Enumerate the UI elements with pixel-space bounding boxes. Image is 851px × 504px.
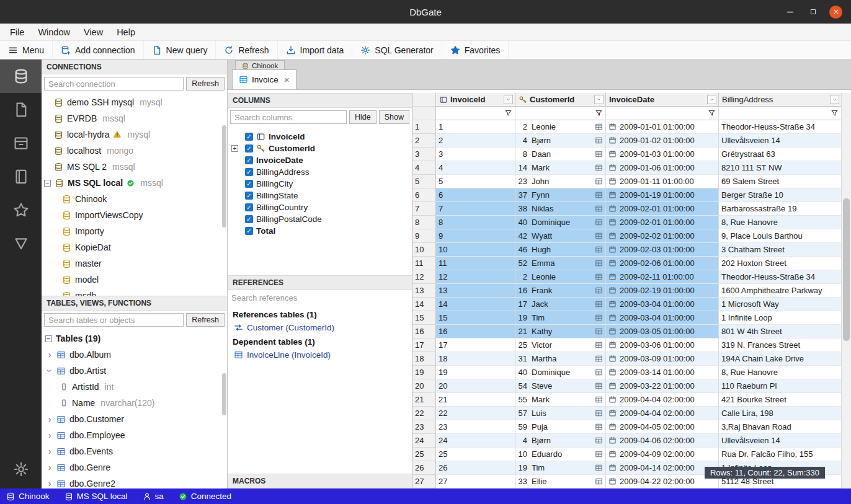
- cell-billing-address[interactable]: Theodor-Heuss-Straße 34: [719, 120, 841, 134]
- cell-invoice-id[interactable]: 17: [436, 338, 515, 352]
- scrollbar-thumb[interactable]: [222, 125, 226, 228]
- toolbar-button-new-query[interactable]: New query: [144, 41, 216, 59]
- cell-billing-address[interactable]: 194A Chain Lake Drive: [719, 352, 841, 366]
- cell-invoice-id[interactable]: 22: [436, 407, 515, 420]
- cell-billing-address[interactable]: 8, Rue Hanovre: [719, 366, 841, 379]
- toolbar-button-refresh[interactable]: Refresh: [216, 41, 277, 59]
- cell-invoice-date[interactable]: 2009-04-04 02:00:00: [606, 393, 719, 407]
- menu-help[interactable]: Help: [110, 25, 141, 39]
- filter-button-customerid[interactable]: [595, 109, 603, 117]
- database-item[interactable]: model: [42, 272, 227, 288]
- cell-customer-id[interactable]: 4Bjørn: [515, 434, 606, 448]
- cell-invoice-id[interactable]: 23: [436, 420, 515, 434]
- cell-invoice-id[interactable]: 27: [436, 475, 515, 489]
- toolbar-button-sql-generator[interactable]: SQL Generator: [352, 41, 442, 59]
- cell-billing-address[interactable]: 9, Place Louis Barthou: [719, 229, 841, 243]
- cell-invoice-date[interactable]: 2009-01-03 01:00:00: [606, 148, 719, 161]
- cell-invoice-date[interactable]: 2009-03-04 01:00:00: [606, 298, 719, 311]
- cell-billing-address[interactable]: 8210 111 ST NW: [719, 161, 841, 175]
- cell-billing-address[interactable]: 319 N. Frances Street: [719, 338, 841, 352]
- cell-customer-id[interactable]: 57Luis: [515, 407, 606, 420]
- cell-invoice-id[interactable]: 21: [436, 393, 515, 407]
- connection-item[interactable]: local-hydramysql: [42, 126, 227, 143]
- cell-customer-id[interactable]: 17Jack: [515, 298, 606, 311]
- cell-invoice-id[interactable]: 6: [436, 188, 515, 202]
- connection-item[interactable]: localhostmongo: [42, 143, 227, 159]
- column-menu-button[interactable]: [707, 95, 716, 104]
- cell-invoice-date[interactable]: 2009-04-04 02:00:00: [606, 407, 719, 420]
- cell-customer-id[interactable]: 25Victor: [515, 338, 606, 352]
- cell-billing-address[interactable]: Berger Straße 10: [719, 188, 841, 202]
- row-number-cell[interactable]: 18: [412, 352, 436, 366]
- cell-invoice-date[interactable]: 2009-02-06 01:00:00: [606, 257, 719, 270]
- row-number-cell[interactable]: 17: [412, 338, 436, 352]
- column-toggle-item[interactable]: ✓BillingAddress: [228, 166, 412, 178]
- cell-billing-address[interactable]: Barbarossastraße 19: [719, 202, 841, 216]
- cell-invoice-date[interactable]: 2009-01-11 01:00:00: [606, 175, 719, 188]
- row-number-cell[interactable]: 11: [412, 257, 436, 270]
- statusbar-item-sa[interactable]: sa: [143, 492, 164, 501]
- cell-invoice-id[interactable]: 13: [436, 284, 515, 298]
- column-toggle-item[interactable]: ✓BillingCity: [228, 178, 412, 190]
- cell-invoice-id[interactable]: 15: [436, 311, 515, 325]
- row-number-cell[interactable]: 15: [412, 311, 436, 325]
- header-cell-billingaddress[interactable]: BillingAddress: [719, 93, 841, 107]
- row-number-cell[interactable]: 12: [412, 270, 436, 284]
- row-number-cell[interactable]: 7: [412, 202, 436, 216]
- column-toggle-item[interactable]: ✓InvoiceId: [228, 131, 412, 143]
- columns-hide-button[interactable]: Hide: [349, 110, 376, 124]
- menu-view[interactable]: View: [78, 25, 109, 39]
- chevron-right-icon[interactable]: ›: [47, 447, 53, 456]
- cell-invoice-date[interactable]: 2009-01-02 01:00:00: [606, 134, 719, 148]
- column-menu-button[interactable]: [594, 95, 604, 104]
- toolbar-button-favorites[interactable]: Favorites: [442, 41, 509, 59]
- cell-customer-id[interactable]: 40Dominique: [515, 366, 606, 379]
- row-number-cell[interactable]: 1: [412, 120, 436, 134]
- cell-invoice-id[interactable]: 9: [436, 229, 515, 243]
- connection-item[interactable]: demo SSH mysqlmysql: [42, 94, 227, 110]
- column-toggle-item[interactable]: ✓BillingPostalCode: [228, 213, 412, 225]
- checkbox-checked-icon[interactable]: ✓: [245, 168, 253, 176]
- database-item[interactable]: KopieDat: [42, 239, 227, 255]
- cell-billing-address[interactable]: 3,Raj Bhavan Road: [719, 420, 841, 434]
- cell-invoice-date[interactable]: 2009-03-14 01:00:00: [606, 366, 719, 379]
- column-toggle-item[interactable]: +✓CustomerId: [228, 143, 412, 154]
- cell-invoice-id[interactable]: 8: [436, 216, 515, 229]
- chevron-right-icon[interactable]: ›: [47, 350, 53, 359]
- connection-item[interactable]: MS SQL 2mssql: [42, 159, 227, 175]
- reference-link[interactable]: InvoiceLine (InvoiceId): [233, 349, 407, 361]
- column-toggle-item[interactable]: ✓BillingCountry: [228, 201, 412, 213]
- chevron-right-icon[interactable]: ›: [47, 431, 53, 440]
- connections-refresh-button[interactable]: Refresh: [186, 77, 225, 91]
- connection-item[interactable]: EVRDBmssql: [42, 110, 227, 126]
- collapse-toggle[interactable]: −: [45, 335, 52, 342]
- checkbox-checked-icon[interactable]: ✓: [245, 215, 253, 223]
- cell-billing-address[interactable]: Rua Dr. Falcão Filho, 155: [719, 448, 841, 461]
- cell-invoice-date[interactable]: 2009-03-04 01:00:00: [606, 311, 719, 325]
- filter-input-billingaddress[interactable]: [721, 108, 831, 119]
- cell-invoice-date[interactable]: 2009-04-06 02:00:00: [606, 434, 719, 448]
- table-item[interactable]: ›dbo.Genre2: [42, 475, 227, 489]
- row-number-cell[interactable]: 22: [412, 407, 436, 420]
- cell-customer-id[interactable]: 46Hugh: [515, 243, 606, 257]
- cell-billing-address[interactable]: 69 Salem Street: [719, 175, 841, 188]
- cell-invoice-id[interactable]: 20: [436, 379, 515, 393]
- column-item[interactable]: Namenvarchar(120): [42, 395, 227, 411]
- column-menu-button[interactable]: [830, 95, 839, 104]
- table-item[interactable]: ›dbo.Album: [42, 347, 227, 363]
- cell-invoice-date[interactable]: 2009-02-01 01:00:00: [606, 202, 719, 216]
- cell-invoice-id[interactable]: 7: [436, 202, 515, 216]
- filter-input-customerid[interactable]: [518, 108, 595, 119]
- header-cell-invoiceid[interactable]: InvoiceId: [436, 93, 515, 107]
- table-item[interactable]: ›dbo.Events: [42, 443, 227, 459]
- minimize-button[interactable]: [783, 6, 796, 19]
- database-item[interactable]: master: [42, 255, 227, 272]
- tables-group[interactable]: −Tables (19): [42, 330, 227, 347]
- row-number-cell[interactable]: 10: [412, 243, 436, 257]
- cell-billing-address[interactable]: Ullevålsveien 14: [719, 434, 841, 448]
- sidebar-item-favorites[interactable]: [0, 193, 42, 227]
- tab-invoice[interactable]: Invoice ×: [232, 69, 296, 89]
- row-number-cell[interactable]: 2: [412, 134, 436, 148]
- cell-billing-address[interactable]: 801 W 4th Street: [719, 325, 841, 338]
- column-toggle-item[interactable]: ✓BillingState: [228, 190, 412, 201]
